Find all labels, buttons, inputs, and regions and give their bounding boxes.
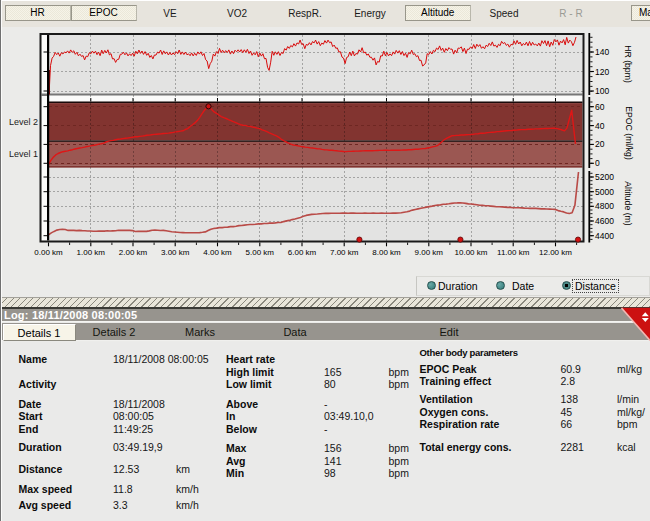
svg-text:7.00 km: 7.00 km [330, 248, 359, 257]
svg-text:Level 2: Level 2 [9, 117, 38, 127]
svg-text:0: 0 [595, 158, 600, 168]
svg-text:4800: 4800 [595, 201, 614, 211]
svg-text:120: 120 [595, 67, 609, 77]
svg-text:5.00 km: 5.00 km [246, 248, 275, 257]
svg-text:10.00 km: 10.00 km [455, 248, 488, 257]
svg-text:Level 1: Level 1 [9, 149, 38, 159]
svg-text:6.00 km: 6.00 km [288, 248, 317, 257]
svg-text:12.00 km: 12.00 km [539, 248, 572, 257]
svg-text:EPOC (ml/kg): EPOC (ml/kg) [624, 106, 634, 160]
svg-text:140: 140 [595, 47, 609, 57]
svg-text:5200: 5200 [595, 172, 614, 182]
svg-text:100: 100 [595, 86, 609, 96]
svg-text:20: 20 [595, 139, 605, 149]
svg-text:8.00 km: 8.00 km [372, 248, 401, 257]
svg-text:11.00 km: 11.00 km [497, 248, 530, 257]
svg-text:1.00 km: 1.00 km [77, 248, 106, 257]
svg-text:5000: 5000 [595, 187, 614, 197]
svg-text:0.00 km: 0.00 km [34, 248, 63, 257]
svg-text:4400: 4400 [595, 231, 614, 241]
svg-text:3.00 km: 3.00 km [161, 248, 190, 257]
svg-text:2.00 km: 2.00 km [119, 248, 148, 257]
svg-text:60: 60 [595, 102, 605, 112]
svg-text:9.00 km: 9.00 km [415, 248, 444, 257]
svg-text:4600: 4600 [595, 216, 614, 226]
svg-text:4.00 km: 4.00 km [203, 248, 232, 257]
svg-text:40: 40 [595, 121, 605, 131]
svg-text:HR (bpm): HR (bpm) [623, 45, 633, 83]
svg-text:Altitude (m): Altitude (m) [623, 181, 633, 226]
